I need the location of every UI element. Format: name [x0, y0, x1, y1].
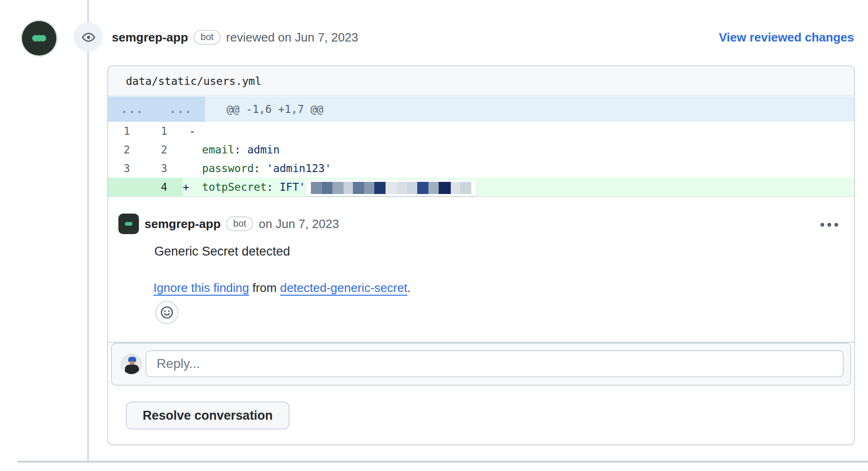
kebab-icon: [820, 223, 824, 227]
comment-menu-button[interactable]: [819, 221, 840, 229]
review-header: semgrep-app bot reviewed on Jun 7, 2023: [112, 29, 358, 46]
code-segment: :: [234, 144, 241, 156]
bot-badge: bot: [193, 30, 220, 45]
code-segment: totpSecret: [202, 181, 267, 193]
code-segment: [189, 162, 202, 174]
new-line-number: 4: [145, 178, 183, 196]
add-reaction-button[interactable]: [155, 301, 179, 324]
redaction-block: [428, 182, 439, 194]
code-segment: email: [202, 144, 234, 156]
redaction-block: [439, 182, 451, 194]
bottom-divider: [17, 461, 868, 463]
resolve-conversation-button[interactable]: Resolve conversation: [126, 402, 289, 429]
redaction-block: [353, 182, 364, 194]
code-segment: :: [254, 162, 260, 174]
code-line: password: 'admin123': [183, 159, 854, 178]
comment-links-line: Ignore this finding from detected-generi…: [153, 281, 411, 295]
ignore-finding-link[interactable]: Ignore this finding: [153, 281, 249, 295]
new-line-number: 1: [145, 122, 183, 140]
bot-badge: bot: [226, 216, 253, 231]
comment-body: Generic Secret detected: [154, 244, 290, 259]
new-line-number: 3: [145, 159, 183, 178]
file-path[interactable]: data/static/users.yml: [126, 75, 262, 87]
diff-file-header: data/static/users.yml: [108, 66, 854, 96]
hunk-header: @@ -1,6 +1,7 @@: [205, 97, 854, 122]
redaction-block: [311, 182, 322, 194]
diff-line-row: 4+ totpSecret: IFT': [108, 178, 854, 196]
code-segment: :: [267, 181, 273, 193]
old-line-number: 2: [108, 140, 145, 159]
diff-hunk-row: ... ... @@ -1,6 +1,7 @@: [108, 97, 854, 122]
diff-table: ... ... @@ -1,6 +1,7 @@ 11 -22 email: ad…: [108, 97, 854, 197]
redaction-block: [322, 182, 332, 194]
diff-marker: [183, 125, 189, 137]
comment-author-avatar[interactable]: [118, 214, 139, 234]
eye-icon: [81, 30, 96, 45]
diff-marker: [183, 144, 189, 156]
redacted-secret: [306, 180, 476, 196]
redaction-block: [344, 182, 353, 194]
redaction-block: [407, 182, 417, 194]
old-line-number: 3: [108, 159, 145, 178]
pull-request-review-thread: semgrep-app bot reviewed on Jun 7, 2023 …: [0, 0, 868, 471]
redaction-block: [451, 182, 460, 194]
new-line-number: 2: [145, 140, 183, 159]
view-reviewed-changes-link[interactable]: View reviewed changes: [719, 29, 854, 46]
code-segment: [189, 144, 202, 156]
sentence-period: .: [407, 281, 411, 295]
redaction-block: [386, 182, 398, 194]
reply-footer: [111, 343, 851, 386]
code-line: + totpSecret: IFT': [183, 178, 854, 196]
comment-header: semgrep-app bot on Jun 7, 2023: [145, 215, 339, 232]
code-segment: admin: [241, 144, 280, 156]
diff-line-row: 22 email: admin: [108, 140, 854, 159]
hunk-gutter: ... ...: [108, 97, 205, 122]
reply-input[interactable]: [145, 350, 844, 377]
code-line: email: admin: [183, 140, 854, 159]
link-middle-text: from: [249, 281, 280, 295]
code-segment: password: [202, 162, 254, 174]
diff-marker: [183, 162, 189, 174]
diff-line-row: 33 password: 'admin123': [108, 159, 854, 178]
redaction-block: [364, 182, 374, 194]
code-segment: -: [189, 125, 196, 137]
timeline-line: [87, 0, 89, 461]
redaction-block: [417, 182, 428, 194]
expand-down-button[interactable]: ...: [157, 97, 205, 122]
code-segment: [189, 181, 202, 193]
code-segment: IFT': [273, 181, 305, 193]
comment-date[interactable]: on Jun 7, 2023: [259, 217, 339, 231]
diff-line-row: 11 -: [108, 122, 854, 140]
rule-link[interactable]: detected-generic-secret: [280, 281, 407, 295]
expand-up-button[interactable]: ...: [108, 97, 157, 122]
review-badge: [74, 22, 103, 52]
diff-marker: +: [183, 181, 189, 193]
code-line: -: [183, 122, 854, 140]
redaction-block: [374, 182, 386, 194]
redaction-block: [460, 182, 471, 194]
reviewer-avatar[interactable]: [21, 20, 57, 56]
old-line-number: [108, 178, 145, 196]
diff-rows: 11 -22 email: admin33 password: 'admin12…: [108, 122, 854, 196]
redaction-block: [332, 182, 344, 194]
code-segment: 'admin123': [260, 162, 331, 174]
review-action-text: reviewed on Jun 7, 2023: [226, 30, 358, 45]
review-card: data/static/users.yml ... ... @@ -1,6 +1…: [107, 65, 855, 445]
old-line-number: 1: [108, 122, 145, 140]
reviewer-name[interactable]: semgrep-app: [112, 30, 188, 45]
current-user-avatar: [121, 354, 142, 374]
redaction-block: [398, 182, 407, 194]
smiley-icon: [160, 306, 173, 319]
comment-author-name[interactable]: semgrep-app: [145, 217, 220, 231]
